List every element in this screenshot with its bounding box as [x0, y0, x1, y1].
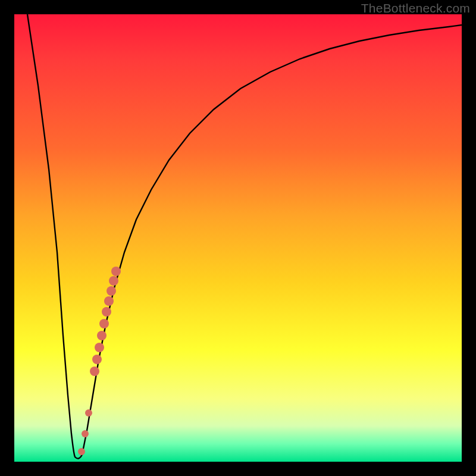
svg-point-9: [104, 296, 114, 306]
watermark-text: TheBottleneck.com: [361, 1, 470, 15]
svg-point-3: [90, 367, 99, 376]
svg-point-10: [107, 286, 116, 296]
bottleneck-curve: [27, 14, 462, 459]
highlight-markers: [78, 267, 121, 455]
svg-point-11: [109, 276, 118, 286]
svg-point-7: [99, 319, 109, 328]
svg-point-0: [78, 448, 85, 455]
svg-point-4: [92, 355, 102, 364]
svg-point-1: [82, 430, 89, 437]
plot-area: [14, 14, 462, 462]
svg-point-12: [111, 267, 121, 276]
svg-point-2: [85, 409, 92, 416]
chart-frame: TheBottleneck.com: [0, 0, 476, 476]
svg-point-6: [97, 331, 107, 340]
svg-point-5: [95, 343, 104, 352]
svg-point-8: [102, 307, 111, 317]
curve-layer: [14, 14, 462, 462]
